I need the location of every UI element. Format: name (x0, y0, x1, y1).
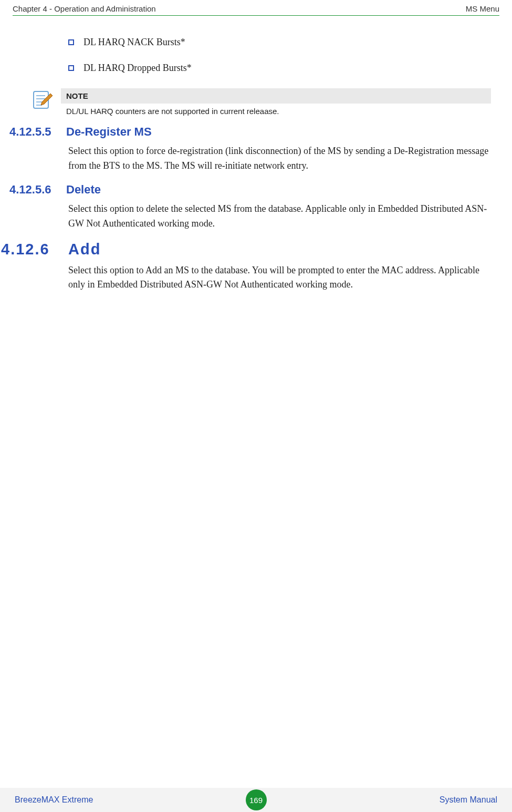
bullet-square-icon (68, 65, 74, 71)
note-body: DL/UL HARQ counters are not supported in… (61, 104, 491, 116)
bullet-text: DL HARQ Dropped Bursts* (83, 63, 192, 74)
section-heading: 4.12.5.6 Delete (21, 183, 491, 197)
page-footer: BreezeMAX Extreme 169 System Manual (0, 788, 512, 812)
section-body: Select this option to Add an MS to the d… (68, 263, 491, 293)
bullet-item: DL HARQ NACK Bursts* (68, 37, 491, 48)
footer-center: 169 (246, 789, 267, 810)
section-number: 4.12.5.5 (9, 125, 66, 139)
footer-left: BreezeMAX Extreme (15, 795, 93, 805)
header-right: MS Menu (466, 4, 499, 13)
bullet-square-icon (68, 39, 74, 45)
header-left: Chapter 4 - Operation and Administration (13, 4, 156, 13)
section-title: Add (68, 241, 101, 258)
section-body: Select this option to delete the selecte… (68, 202, 491, 231)
note-title: NOTE (61, 88, 491, 104)
section-body: Select this option to force de-registrat… (68, 144, 491, 173)
bullet-text: DL HARQ NACK Bursts* (83, 37, 185, 48)
section-title: Delete (66, 183, 101, 197)
note-pencil-icon (32, 88, 54, 110)
note-text: NOTE DL/UL HARQ counters are not support… (61, 88, 491, 116)
section-number: 4.12.5.6 (9, 183, 66, 197)
section-heading: 4.12.5.5 De-Register MS (21, 125, 491, 139)
section-number: 4.12.6 (1, 241, 68, 258)
section-heading-large: 4.12.6 Add (21, 241, 491, 258)
section-title: De-Register MS (66, 125, 152, 139)
bullet-item: DL HARQ Dropped Bursts* (68, 63, 491, 74)
footer-right: System Manual (440, 795, 497, 805)
page-content: DL HARQ NACK Bursts* DL HARQ Dropped Bur… (0, 16, 512, 292)
page-number-badge: 169 (246, 789, 267, 810)
page-header: Chapter 4 - Operation and Administration… (0, 0, 512, 15)
note-block: NOTE DL/UL HARQ counters are not support… (32, 88, 491, 116)
